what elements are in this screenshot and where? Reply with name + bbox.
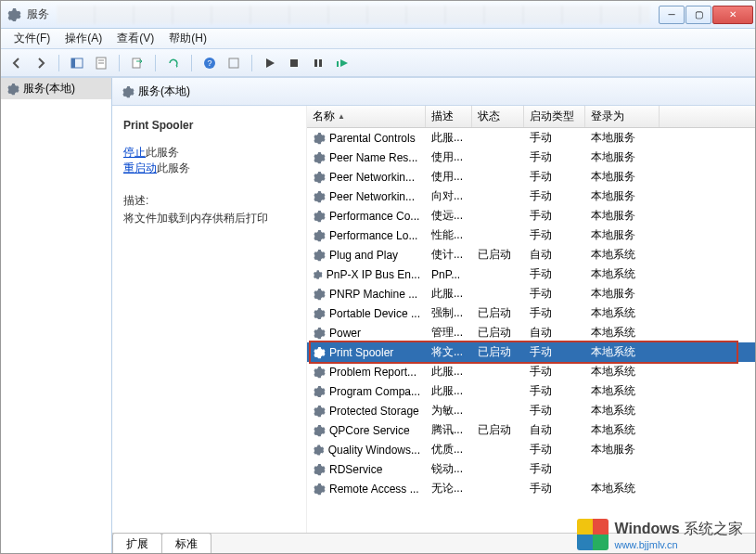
cell-logon: 本地系统	[585, 247, 660, 263]
cell-start: 手动	[524, 208, 585, 224]
service-row[interactable]: Print Spooler将文...已启动手动本地系统	[307, 342, 755, 362]
svg-rect-10	[314, 59, 317, 67]
stop-link[interactable]: 停止	[123, 146, 146, 159]
cell-logon: 本地系统	[585, 422, 660, 438]
tree-pane: 服务(本地)	[1, 78, 112, 553]
service-row[interactable]: PnP-X IP Bus En...PnP...手动本地系统	[307, 264, 755, 284]
cell-desc: 强制...	[426, 305, 472, 321]
cell-name: Performance Lo...	[307, 229, 426, 242]
cell-logon: 本地系统	[585, 325, 660, 341]
service-row[interactable]: Performance Lo...性能...手动本地服务	[307, 225, 755, 245]
restart-service-button[interactable]	[332, 53, 352, 73]
service-row[interactable]: Protected Storage为敏...手动本地系统	[307, 401, 755, 420]
cell-desc: 使计...	[426, 247, 472, 263]
service-row[interactable]: PNRP Machine ...此服...手动本地服务	[307, 284, 755, 303]
rows-container: Parental Controls此服...手动本地服务Peer Name Re…	[307, 128, 755, 533]
cell-start: 手动	[524, 169, 585, 185]
show-hide-tree-button[interactable]	[67, 53, 87, 73]
cell-name: Problem Report...	[307, 366, 426, 379]
menu-file[interactable]: 文件(F)	[6, 29, 58, 48]
service-row[interactable]: Problem Report...此服...手动本地系统	[307, 362, 755, 381]
cell-desc: 为敏...	[426, 403, 472, 419]
start-service-button[interactable]	[260, 53, 280, 73]
cell-name: Print Spooler	[307, 346, 426, 359]
cell-state: 已启动	[472, 247, 524, 263]
cell-desc: 将文...	[426, 344, 472, 360]
cell-name: Performance Co...	[307, 210, 426, 223]
service-row[interactable]: Peer Networkin...使用...手动本地服务	[307, 167, 755, 187]
cell-start: 手动	[524, 481, 585, 496]
help-button[interactable]: ?	[199, 53, 220, 73]
menu-view[interactable]: 查看(V)	[109, 29, 161, 48]
cell-name: Quality Windows...	[307, 444, 426, 457]
cell-start: 手动	[524, 442, 585, 457]
tab-extended[interactable]: 扩展	[112, 533, 162, 553]
service-row[interactable]: Quality Windows...优质...手动本地服务	[307, 440, 755, 459]
service-row[interactable]: Plug and Play使计...已启动自动本地系统	[307, 245, 755, 264]
back-button[interactable]	[6, 53, 27, 73]
cell-name: Peer Name Res...	[307, 151, 426, 164]
minimize-button[interactable]: ─	[659, 6, 685, 24]
service-row[interactable]: Peer Networkin...向对...手动本地服务	[307, 187, 755, 206]
svg-rect-1	[71, 58, 75, 68]
service-row[interactable]: Power管理...已启动自动本地系统	[307, 323, 755, 342]
cell-desc: PnP...	[426, 268, 472, 281]
toolbar: ?	[1, 49, 755, 77]
service-row[interactable]: RDService锐动...手动	[307, 459, 755, 479]
service-row[interactable]: Peer Name Res...使用...手动本地服务	[307, 148, 755, 167]
cell-desc: 此服...	[426, 130, 472, 146]
tree-root-item[interactable]: 服务(本地)	[1, 78, 111, 99]
watermark-suffix: 系统之家	[684, 521, 743, 536]
cell-logon: 本地系统	[585, 364, 660, 380]
cell-start: 手动	[524, 344, 585, 360]
pause-service-button[interactable]	[308, 53, 328, 73]
cell-start: 手动	[524, 461, 585, 477]
cell-logon: 本地服务	[585, 188, 660, 204]
right-pane: 服务(本地) Print Spooler 停止此服务 重启动此服务 描述: 将文…	[112, 78, 755, 553]
cell-name: Plug and Play	[307, 249, 426, 262]
close-button[interactable]: ✕	[712, 6, 753, 24]
description-text: 将文件加载到内存供稍后打印	[123, 211, 295, 226]
service-row[interactable]: Program Compa...此服...手动本地系统	[307, 381, 755, 401]
stop-service-button[interactable]	[284, 53, 304, 73]
header-bar: 服务(本地)	[112, 78, 755, 106]
svg-rect-8	[229, 58, 238, 68]
col-desc[interactable]: 描述	[426, 106, 472, 127]
col-name[interactable]: 名称▲	[307, 106, 426, 127]
restart-suffix: 此服务	[157, 161, 190, 174]
window-title: 服务	[27, 6, 49, 22]
cell-desc: 优质...	[426, 442, 472, 457]
cell-start: 手动	[524, 149, 585, 165]
col-start[interactable]: 启动类型	[524, 106, 585, 127]
col-state[interactable]: 状态	[472, 106, 524, 127]
cell-logon: 本地系统	[585, 305, 660, 321]
properties-button[interactable]	[91, 53, 111, 73]
service-row[interactable]: QPCore Service腾讯...已启动自动本地系统	[307, 420, 755, 440]
toolbar-icon[interactable]	[224, 53, 244, 73]
maximize-button[interactable]: ▢	[686, 6, 711, 24]
cell-logon: 本地服务	[585, 227, 660, 243]
titlebar[interactable]: 服务 ─ ▢ ✕	[1, 1, 755, 29]
service-row[interactable]: Remote Access ...无论...手动本地系统	[307, 479, 755, 498]
service-row[interactable]: Portable Device ...强制...已启动手动本地系统	[307, 303, 755, 323]
menu-help[interactable]: 帮助(H)	[161, 29, 214, 48]
cell-start: 手动	[524, 266, 585, 282]
content-area: 服务(本地) 服务(本地) Print Spooler 停止此服务 重启动此服务…	[1, 77, 755, 553]
cell-start: 手动	[524, 403, 585, 419]
export-button[interactable]	[127, 53, 147, 73]
cell-name: Program Compa...	[307, 385, 426, 398]
cell-start: 手动	[524, 364, 585, 380]
watermark-brand: Windows	[614, 521, 679, 536]
cell-desc: 锐动...	[426, 461, 472, 477]
cell-name: Power	[307, 327, 426, 340]
service-row[interactable]: Performance Co...使远...手动本地服务	[307, 206, 755, 225]
col-logon[interactable]: 登录为	[585, 106, 660, 127]
menu-action[interactable]: 操作(A)	[58, 29, 109, 48]
refresh-button[interactable]	[163, 53, 184, 73]
gear-icon	[122, 85, 135, 98]
forward-button[interactable]	[31, 53, 51, 73]
cell-state: 已启动	[472, 325, 524, 341]
service-row[interactable]: Parental Controls此服...手动本地服务	[307, 128, 755, 148]
restart-link[interactable]: 重启动	[123, 161, 157, 174]
tab-standard[interactable]: 标准	[161, 533, 211, 553]
